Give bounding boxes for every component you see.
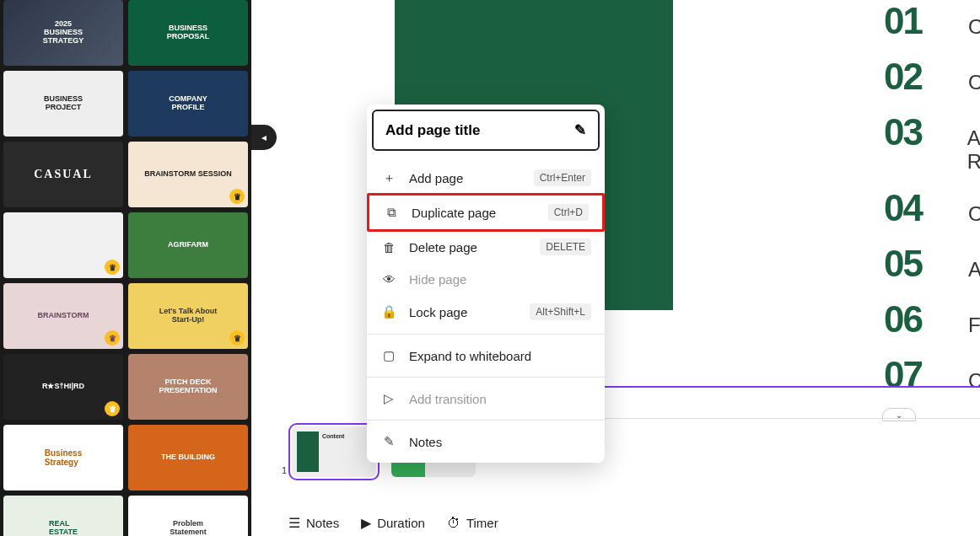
notes-icon: ☰ [288,515,300,531]
timer-label: Timer [466,516,498,530]
toc-row-5[interactable]: 06Future Goals [884,298,980,340]
crown-icon: ♛ [229,189,245,204]
toc-num: 02 [884,56,943,98]
menu-add-page[interactable]: ＋Add pageCtrl+Enter [367,161,605,195]
page-title-placeholder: Add page title [385,122,480,139]
thumbstrip-divider [553,418,980,419]
menu-item-icon: 🗑 [380,240,397,255]
page-title-input[interactable]: Add page title ✎ [372,110,600,151]
toc-row-1[interactable]: 02Our Team [884,56,980,98]
menu-item-label: Delete page [409,240,477,255]
thumb-title: Content [322,431,371,472]
template-item-13[interactable]: THE BUILDING [128,425,248,490]
template-item-9[interactable]: Let's Talk About Start-Up!♛ [128,283,248,349]
template-item-11[interactable]: PITCH DECK PRESENTATION [128,354,248,420]
toc-label: Overview [968,15,980,39]
menu-item-shortcut: Ctrl+Enter [534,169,591,186]
menu-separator [367,420,605,421]
template-item-14[interactable]: REAL ESTATE [3,496,123,536]
menu-item-shortcut: DELETE [540,239,591,255]
menu-item-icon: 🔒 [380,304,397,319]
notes-button[interactable]: ☰ Notes [288,515,339,531]
menu-item-label: Duplicate page [412,206,496,220]
duration-button[interactable]: ▶ Duration [361,515,425,531]
menu-item-icon: ＋ [380,170,397,186]
menu-item-icon: ⧉ [383,205,400,220]
timer-button[interactable]: ⏱ Timer [447,516,498,531]
crown-icon: ♛ [105,401,120,416]
template-item-2[interactable]: BUSINESS PROJECT [3,71,123,137]
template-item-4[interactable]: CASUAL [3,142,123,207]
toc-label: Annual Report [967,126,980,174]
toc-row-3[interactable]: 04Our Clients [884,187,980,229]
template-item-10[interactable]: R★S†HI|RD♛ [3,354,123,420]
toc-num: 03 [884,111,942,153]
menu-item-icon: ▢ [380,348,397,363]
page-thumbnail-1[interactable]: 1 Content [292,426,376,477]
expand-thumbstrip-handle[interactable]: ⌄ [882,408,916,421]
menu-item-label: Lock page [409,305,467,319]
toc-label: Contact [968,369,980,393]
toc-label: Our Team [968,71,980,94]
template-item-0[interactable]: 2025 BUSINESS STRATEGY [3,0,123,66]
duration-icon: ▶ [361,515,371,531]
edit-icon: ✎ [574,121,586,139]
toc-row-2[interactable]: 03Annual Report [884,111,980,174]
menu-item-label: Hide page [409,272,466,287]
template-sidebar: 2025 BUSINESS STRATEGYBUSINESS PROPOSALB… [0,0,251,536]
crown-icon: ♛ [105,260,120,275]
menu-separator [367,334,605,335]
toc-num: 06 [884,298,943,340]
menu-item-icon: 👁 [380,272,397,287]
menu-item-label: Add transition [409,392,487,406]
template-item-8[interactable]: BRAINSTORM♛ [3,283,123,349]
menu-item-shortcut: Ctrl+D [548,204,589,221]
crown-icon: ♛ [105,330,120,346]
timer-icon: ⏱ [447,516,460,531]
canvas-bottom-bar: ☰ Notes ▶ Duration ⏱ Timer [288,515,498,531]
menu-item-label: Expand to whiteboard [409,349,531,363]
menu-hide-page: 👁Hide page [367,264,605,295]
toc-num: 01 [884,0,943,42]
toc-label: Achievements [968,258,980,281]
notes-label: Notes [306,516,339,530]
menu-delete-page[interactable]: 🗑Delete pageDELETE [367,230,605,264]
template-item-12[interactable]: Business Strategy [3,425,123,490]
menu-item-icon: ▷ [380,391,397,406]
menu-item-shortcut: Alt+Shift+L [530,303,591,320]
page-thumbnail-number: 1 [282,465,287,475]
menu-duplicate-page[interactable]: ⧉Duplicate pageCtrl+D [367,193,605,232]
template-item-15[interactable]: Problem Statement [128,496,248,536]
menu-separator [367,377,605,378]
menu-item-icon: ✎ [380,434,397,449]
toc-label: Our Clients [968,202,980,226]
duration-label: Duration [377,516,425,530]
menu-expand-to-whiteboard[interactable]: ▢Expand to whiteboard [367,340,605,372]
template-item-3[interactable]: COMPANY PROFILE [128,71,248,137]
selection-divider [553,386,980,388]
template-item-6[interactable]: ♛ [3,212,123,278]
toc-row-0[interactable]: 01Overview [884,0,980,42]
template-item-5[interactable]: BRAINSTORM SESSION♛ [128,142,248,207]
menu-item-label: Notes [409,435,442,449]
toc-num: 04 [884,187,943,229]
sidebar-collapse-handle[interactable]: ◂ [251,125,277,150]
crown-icon: ♛ [229,330,245,346]
toc-row-4[interactable]: 05Achievements [884,243,980,285]
template-item-1[interactable]: BUSINESS PROPOSAL [128,0,248,66]
menu-lock-page[interactable]: 🔒Lock pageAlt+Shift+L [367,295,605,329]
menu-item-label: Add page [409,171,463,185]
toc-num: 05 [884,243,943,285]
page-context-menu: Add page title ✎ ＋Add pageCtrl+Enter⧉Dup… [367,105,605,463]
menu-add-transition: ▷Add transition [367,383,605,415]
template-item-7[interactable]: AGRIFARM [128,212,248,278]
toc-row-6[interactable]: 07Contact [884,354,980,396]
toc-num: 07 [884,354,943,396]
toc-label: Future Goals [968,314,980,337]
slide-toc: 01Overview02Our Team03Annual Report04Our… [884,0,980,410]
menu-notes[interactable]: ✎Notes [367,426,605,458]
